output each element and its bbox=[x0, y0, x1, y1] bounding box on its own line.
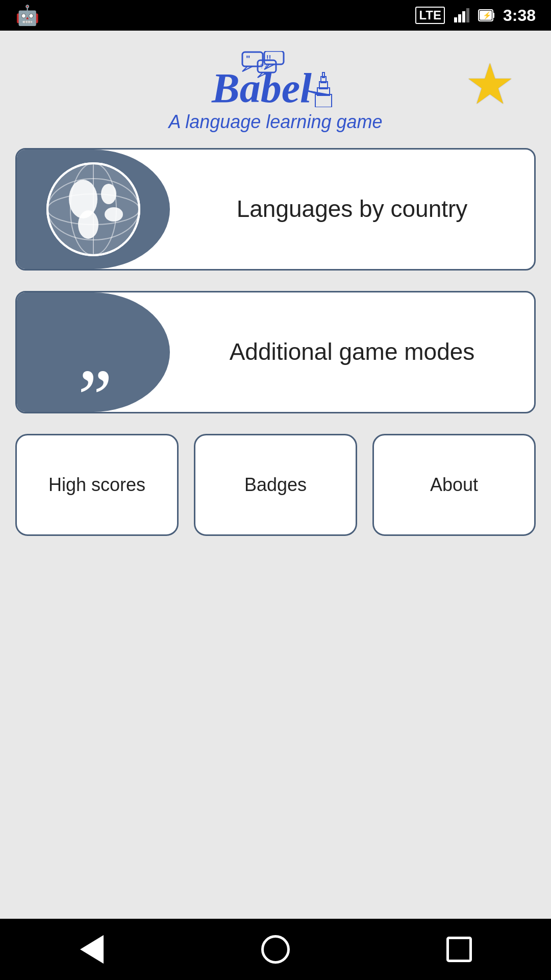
star-icon[interactable]: ★ bbox=[465, 56, 515, 112]
svg-rect-8 bbox=[242, 52, 263, 66]
svg-text:Babel: Babel bbox=[211, 65, 312, 107]
back-icon bbox=[80, 935, 104, 964]
main-content: " !! ?? Babel bbox=[0, 31, 551, 919]
additional-game-modes-button[interactable]: ,, Additional game modes bbox=[15, 291, 536, 413]
svg-point-33 bbox=[105, 207, 123, 222]
quotes-icon-container: ,, bbox=[17, 292, 170, 412]
globe-icon bbox=[42, 158, 144, 260]
home-icon bbox=[261, 935, 290, 964]
status-bar: 🤖 LTE ⚡ 3:38 bbox=[0, 0, 551, 31]
svg-rect-18 bbox=[315, 94, 332, 107]
logo-container: " !! ?? Babel bbox=[169, 51, 383, 133]
quotes-icon: ,, bbox=[78, 320, 109, 385]
android-icon: 🤖 bbox=[15, 5, 39, 26]
status-time: 3:38 bbox=[503, 6, 536, 25]
app-header: " !! ?? Babel bbox=[15, 51, 536, 133]
svg-rect-2 bbox=[462, 11, 465, 22]
svg-rect-3 bbox=[466, 8, 469, 22]
app-tagline: A language learning game bbox=[169, 111, 383, 133]
svg-rect-0 bbox=[454, 17, 457, 22]
bottom-buttons-row: High scores Badges About bbox=[15, 434, 536, 536]
lte-indicator: LTE bbox=[415, 7, 445, 24]
languages-by-country-label: Languages by country bbox=[170, 150, 534, 269]
svg-text:⚡: ⚡ bbox=[483, 11, 492, 20]
additional-game-modes-label: Additional game modes bbox=[170, 292, 534, 412]
navigation-bar bbox=[0, 919, 551, 980]
battery-icon: ⚡ bbox=[478, 7, 495, 24]
home-button[interactable] bbox=[255, 929, 296, 970]
svg-text:": " bbox=[246, 54, 251, 64]
babel-logo: " !! ?? Babel bbox=[209, 51, 342, 107]
globe-icon-container bbox=[17, 150, 170, 269]
android-icon-area: 🤖 bbox=[15, 4, 39, 27]
back-button[interactable] bbox=[71, 929, 112, 970]
signal-icon bbox=[453, 7, 469, 23]
languages-by-country-button[interactable]: Languages by country bbox=[15, 148, 536, 271]
svg-rect-1 bbox=[458, 14, 461, 22]
badges-button[interactable]: Badges bbox=[194, 434, 357, 536]
recent-apps-button[interactable] bbox=[439, 929, 480, 970]
about-button[interactable]: About bbox=[372, 434, 536, 536]
recent-icon bbox=[446, 937, 472, 962]
svg-rect-5 bbox=[493, 13, 494, 18]
high-scores-button[interactable]: High scores bbox=[15, 434, 179, 536]
